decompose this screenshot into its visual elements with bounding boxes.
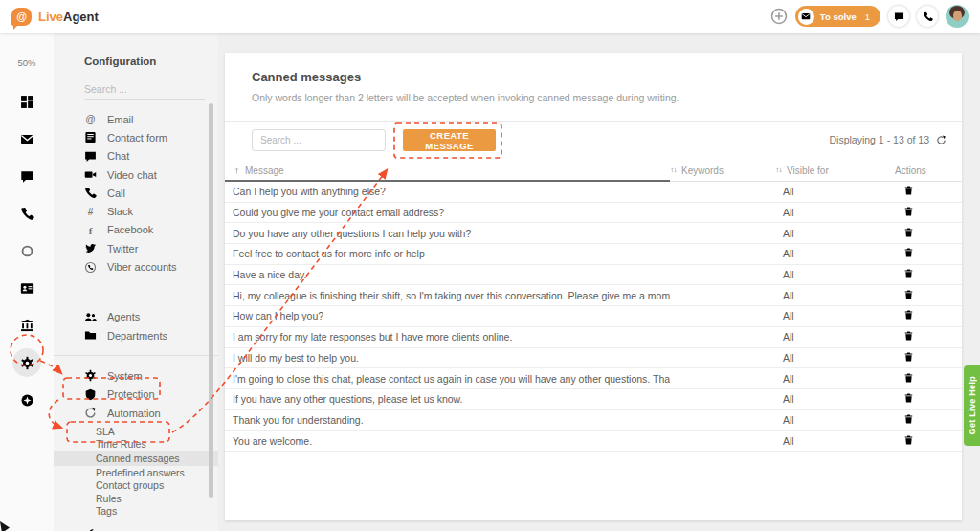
sidebar-subitem-predefined-answers[interactable]: Predefined answers [96, 466, 218, 479]
sidebar-scrollbar[interactable] [209, 103, 213, 498]
top-bar: @ LiveAgent To solve 1 [0, 0, 980, 33]
delete-button[interactable] [903, 351, 914, 363]
gear-icon [84, 369, 97, 382]
sidebar-item-agents[interactable]: Agents [84, 308, 218, 326]
sidebar-subitem-rules[interactable]: Rules [96, 492, 218, 505]
delete-button[interactable] [903, 227, 914, 238]
message-cell[interactable]: I'm going to close this chat, please con… [225, 368, 670, 389]
sidebar-item-viber-accounts[interactable]: Viber accounts [84, 257, 218, 276]
table-row[interactable]: You are welcome. All [225, 431, 962, 452]
rail-item-gear[interactable] [12, 348, 41, 377]
delete-button[interactable] [903, 185, 914, 196]
table-row[interactable]: I'm going to close this chat, please con… [225, 368, 962, 389]
delete-button[interactable] [903, 392, 914, 404]
table-row[interactable]: I am sorry for my late responses but I h… [225, 326, 962, 347]
message-cell[interactable]: Can I help you with anything else? [225, 181, 670, 202]
delete-button[interactable] [903, 434, 914, 446]
message-cell[interactable]: Do you have any other questions I can he… [225, 223, 670, 244]
message-cell[interactable]: How can I help you? [225, 306, 670, 327]
avatar[interactable] [946, 5, 969, 28]
actions-cell [868, 431, 962, 452]
column-header-visible-for[interactable]: Visible for [775, 161, 868, 181]
sidebar-item-label: Facebook [107, 224, 153, 235]
call-button[interactable] [917, 6, 938, 27]
rail-item-chat[interactable] [16, 166, 37, 187]
message-cell[interactable]: I will do my best to help you. [225, 347, 670, 368]
get-live-help-tab[interactable]: Get Live Help [964, 365, 980, 446]
message-cell[interactable]: Could you give me your contact email add… [225, 202, 670, 223]
sidebar-item-contact-form[interactable]: Contact form [84, 128, 218, 146]
table-row[interactable]: Can I help you with anything else? All [225, 181, 962, 202]
column-header-message[interactable]: Message [225, 161, 670, 181]
table-row[interactable]: Feel free to contact us for more info or… [225, 244, 962, 265]
sidebar-subitem-tags[interactable]: Tags [96, 505, 218, 519]
sidebar-item-facebook[interactable]: Facebook [84, 221, 218, 239]
rail-item-phone[interactable] [16, 203, 37, 224]
message-cell[interactable]: You are welcome. [225, 431, 670, 452]
delete-button[interactable] [903, 247, 914, 258]
rail-item-grid[interactable] [16, 91, 37, 112]
message-cell[interactable]: Hi, my colleague is finishing their shif… [225, 285, 670, 306]
sidebar-item-automation[interactable]: Automation [84, 404, 218, 422]
rail-item-mail[interactable] [16, 128, 37, 149]
table-row[interactable]: If you have any other questions, please … [225, 388, 962, 409]
table-row[interactable]: Thank you for understanding. All [225, 409, 962, 431]
sidebar-subitem-sla[interactable]: SLA [96, 425, 218, 438]
sidebar-item-call[interactable]: Call [84, 184, 218, 202]
rail-item-bank[interactable] [16, 315, 37, 336]
table-row[interactable]: Hi, my colleague is finishing their shif… [225, 285, 962, 306]
delete-button[interactable] [903, 268, 914, 279]
create-message-button[interactable]: CREATE MESSAGE [403, 129, 496, 151]
table-row[interactable]: Do you have any other questions I can he… [225, 223, 962, 244]
column-header-keywords[interactable]: Keywords [670, 161, 775, 181]
messages-search-input[interactable] [252, 129, 386, 151]
liveagent-logo[interactable]: @ LiveAgent [11, 8, 99, 26]
delete-button[interactable] [903, 309, 914, 321]
keywords-cell [670, 306, 775, 327]
actions-cell [868, 202, 962, 223]
actions-cell [868, 244, 962, 265]
delete-button[interactable] [903, 289, 914, 300]
sidebar-subitem-time-rules[interactable]: Time Rules [96, 438, 218, 452]
message-cell[interactable]: Have a nice day. [225, 264, 670, 285]
keywords-cell [670, 347, 775, 368]
keywords-cell [670, 431, 775, 452]
delete-button[interactable] [903, 413, 914, 425]
delete-button[interactable] [903, 372, 914, 384]
rail-item-card[interactable] [16, 277, 37, 299]
delete-button[interactable] [903, 206, 914, 217]
sidebar-item-video-chat[interactable]: Video chat [84, 166, 218, 184]
sidebar-item-departments[interactable]: Departments [84, 326, 218, 344]
sidebar-item-label: Departments [107, 330, 167, 342]
sidebar-search-input[interactable] [84, 79, 205, 100]
add-button[interactable] [770, 8, 788, 25]
message-cell[interactable]: If you have any other questions, please … [225, 388, 670, 409]
sidebar-subitem-canned-messages[interactable]: Canned messages [54, 451, 218, 466]
delete-button[interactable] [903, 330, 914, 342]
sidebar-item-protection[interactable]: Protection [84, 386, 218, 404]
message-cell[interactable]: Thank you for understanding. [225, 409, 670, 431]
sidebar-item-system[interactable]: System [84, 366, 218, 385]
sidebar-item-chat[interactable]: Chat [84, 147, 218, 166]
table-row[interactable]: Have a nice day. All [225, 264, 962, 285]
sidebar-item-tools[interactable]: Tools [84, 526, 218, 531]
sidebar-item-twitter[interactable]: Twitter [84, 239, 218, 257]
to-solve-button[interactable]: To solve 1 [795, 6, 880, 27]
chat-button[interactable] [888, 6, 909, 27]
keywords-cell [670, 388, 775, 409]
table-row[interactable]: I will do my best to help you. All [225, 347, 962, 368]
rail-item-ring[interactable] [16, 240, 37, 261]
table-row[interactable]: Could you give me your contact email add… [225, 202, 962, 223]
at-icon [84, 113, 97, 125]
message-cell[interactable]: I am sorry for my late responses but I h… [225, 326, 670, 347]
refresh-button[interactable] [936, 135, 947, 145]
message-cell[interactable]: Feel free to contact us for more info or… [225, 244, 670, 265]
zoom-level-label: 50% [17, 57, 35, 68]
panel-divider [225, 121, 962, 122]
sidebar-item-slack[interactable]: Slack [84, 202, 218, 220]
rail-item-badge[interactable] [16, 389, 37, 410]
table-row[interactable]: How can I help you? All [225, 306, 962, 327]
sort-icon [775, 166, 783, 174]
sidebar-subitem-contact-groups[interactable]: Contact groups [96, 479, 218, 493]
sidebar-item-email[interactable]: Email [84, 110, 218, 128]
